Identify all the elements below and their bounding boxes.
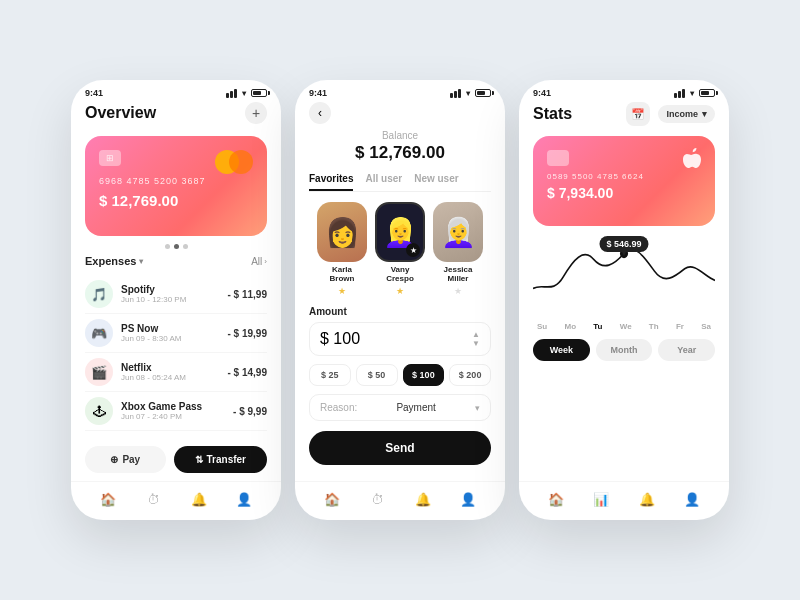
transfer-screen: 9:41 ▾ ‹ Balance $ 12,769.00 Favorites A…	[295, 80, 505, 520]
expense-info-xbox: Xbox Game Pass Jun 07 - 2:40 PM	[121, 401, 225, 421]
chart-tooltip: $ 546.99	[599, 236, 648, 252]
calendar-icon[interactable]: 📅	[626, 102, 650, 126]
expense-amount-xbox: - $ 9,99	[233, 406, 267, 417]
amount-arrows[interactable]: ▲ ▼	[472, 331, 480, 348]
nav-chart-3[interactable]: 📊	[590, 488, 612, 510]
income-chevron-icon: ▾	[702, 109, 707, 119]
expenses-list: 🎵 Spotify Jun 10 - 12:30 PM - $ 11,99 🎮 …	[85, 275, 267, 431]
card-dot-2	[174, 244, 179, 249]
status-bar-2: 9:41 ▾	[295, 80, 505, 102]
expense-date-spotify: Jun 10 - 12:30 PM	[121, 295, 220, 304]
period-week[interactable]: Week	[533, 339, 590, 361]
spotify-icon: 🎵	[85, 280, 113, 308]
card-circles	[215, 150, 253, 174]
pay-icon: ⊕	[110, 454, 118, 465]
stats-credit-card: 0589 5500 4785 6624 $ 7,934.00	[533, 136, 715, 226]
contact-jessica[interactable]: 👩‍🦳 JessicaMiller ★	[433, 202, 483, 296]
arrow-up-icon[interactable]: ▲	[472, 331, 480, 339]
expense-date-netflix: Jun 08 - 05:24 AM	[121, 373, 220, 382]
contact-name-vany: VanyCrespo	[386, 265, 414, 283]
nav-clock-1[interactable]: ⏱	[142, 488, 164, 510]
nav-user-1[interactable]: 👤	[233, 488, 255, 510]
tab-favorites[interactable]: Favorites	[309, 173, 353, 191]
day-th: Th	[649, 322, 659, 331]
nav-bell-1[interactable]: 🔔	[188, 488, 210, 510]
battery-icon-3	[699, 89, 715, 97]
nav-bell-2[interactable]: 🔔	[412, 488, 434, 510]
nav-home-2[interactable]: 🏠	[321, 488, 343, 510]
day-we: We	[620, 322, 632, 331]
battery-icon	[251, 89, 267, 97]
expense-ps: 🎮 PS Now Jun 09 - 8:30 AM - $ 19,99	[85, 314, 267, 353]
time-2: 9:41	[309, 88, 327, 98]
contacts-list: 👩 KarlaBrown ★ 👱‍♀️ ★ VanyCrespo ★	[309, 202, 491, 296]
expense-amount-spotify: - $ 11,99	[228, 289, 267, 300]
nav-user-2[interactable]: 👤	[457, 488, 479, 510]
expenses-chevron-icon: ▾	[139, 257, 143, 266]
time-3: 9:41	[533, 88, 551, 98]
chart-area: $ 546.99	[533, 236, 715, 316]
battery-icon-2	[475, 89, 491, 97]
nav-home-1[interactable]: 🏠	[97, 488, 119, 510]
nav-clock-2[interactable]: ⏱	[366, 488, 388, 510]
tab-new-user[interactable]: New user	[414, 173, 458, 191]
expense-name-ps: PS Now	[121, 323, 220, 334]
day-mo: Mo	[564, 322, 576, 331]
avatar-karla: 👩	[317, 202, 367, 262]
nav-bell-3[interactable]: 🔔	[636, 488, 658, 510]
all-expenses-link[interactable]: All ›	[251, 256, 267, 267]
card-number: 6968 4785 5200 3687	[99, 176, 253, 186]
expense-date-ps: Jun 09 - 8:30 AM	[121, 334, 220, 343]
expense-name-spotify: Spotify	[121, 284, 220, 295]
quick-200[interactable]: $ 200	[449, 364, 491, 386]
card-dots	[85, 244, 267, 249]
contact-vany[interactable]: 👱‍♀️ ★ VanyCrespo ★	[375, 202, 425, 296]
pay-button[interactable]: ⊕ Pay	[85, 446, 166, 473]
ps-icon: 🎮	[85, 319, 113, 347]
contact-name-jessica: JessicaMiller	[444, 265, 473, 283]
reason-dropdown[interactable]: Reason: Payment ▾	[309, 394, 491, 421]
wifi-icon-2: ▾	[466, 89, 470, 98]
time-1: 9:41	[85, 88, 103, 98]
avatar-jessica: 👩‍🦳	[433, 202, 483, 262]
bottom-nav-2: 🏠 ⏱ 🔔 👤	[295, 481, 505, 520]
credit-card: ⊞ 6968 4785 5200 3687 $ 12,769.00	[85, 136, 267, 236]
transfer-button[interactable]: ⇅ Transfer	[174, 446, 267, 473]
wifi-icon-3: ▾	[690, 89, 694, 98]
wifi-icon: ▾	[242, 89, 246, 98]
amount-label: Amount	[309, 306, 491, 317]
card-dot-3	[183, 244, 188, 249]
card-balance: $ 12,769.00	[99, 192, 253, 209]
tab-all-user[interactable]: All user	[365, 173, 402, 191]
reason-value: Payment	[396, 402, 435, 413]
amount-input-field[interactable]: $ 100 ▲ ▼	[309, 322, 491, 356]
expense-amount-ps: - $ 19,99	[228, 328, 267, 339]
expense-netflix: 🎬 Netflix Jun 08 - 05:24 AM - $ 14,99	[85, 353, 267, 392]
day-tu: Tu	[593, 322, 602, 331]
contact-karla[interactable]: 👩 KarlaBrown ★	[317, 202, 367, 296]
arrow-down-icon[interactable]: ▼	[472, 340, 480, 348]
quick-50[interactable]: $ 50	[356, 364, 398, 386]
day-sa: Sa	[701, 322, 711, 331]
day-fr: Fr	[676, 322, 684, 331]
status-icons-2: ▾	[450, 89, 491, 98]
transfer-header: ‹	[309, 102, 491, 124]
quick-100[interactable]: $ 100	[403, 364, 445, 386]
add-button[interactable]: +	[245, 102, 267, 124]
nav-user-3[interactable]: 👤	[681, 488, 703, 510]
transfer-label: Transfer	[207, 454, 246, 465]
stats-card-chip	[547, 150, 569, 166]
income-dropdown[interactable]: Income ▾	[658, 105, 715, 123]
period-year[interactable]: Year	[658, 339, 715, 361]
back-button[interactable]: ‹	[309, 102, 331, 124]
amount-value: $ 100	[320, 330, 360, 348]
expense-name-netflix: Netflix	[121, 362, 220, 373]
expense-info-spotify: Spotify Jun 10 - 12:30 PM	[121, 284, 220, 304]
quick-25[interactable]: $ 25	[309, 364, 351, 386]
nav-home-3[interactable]: 🏠	[545, 488, 567, 510]
avatar-vany: 👱‍♀️ ★	[375, 202, 425, 262]
send-button[interactable]: Send	[309, 431, 491, 465]
period-month[interactable]: Month	[596, 339, 653, 361]
contact-name-karla: KarlaBrown	[330, 265, 355, 283]
status-icons-1: ▾	[226, 89, 267, 98]
